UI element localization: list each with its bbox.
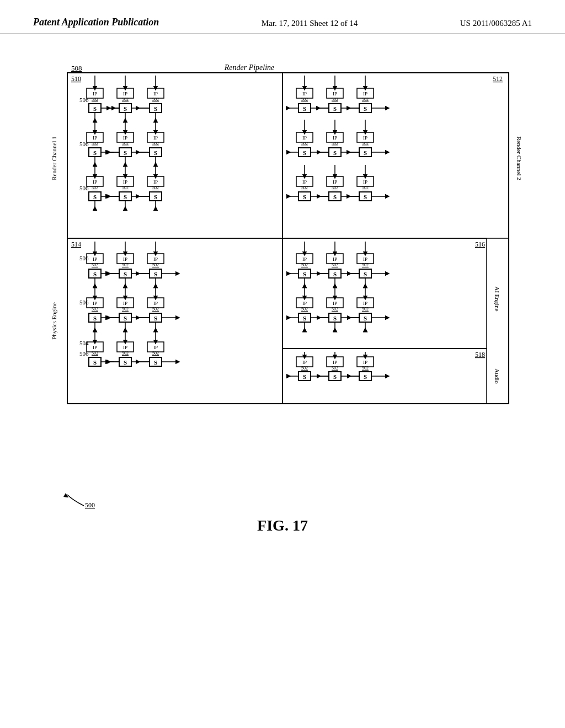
svg-text:IP: IP [93,135,97,141]
svg-text:IP: IP [153,256,158,262]
svg-text:IP: IP [153,135,158,141]
svg-text:IP: IP [302,179,307,185]
svg-text:502: 502 [152,351,159,356]
svg-text:S: S [333,194,337,200]
svg-text:S: S [303,373,306,380]
svg-text:IP: IP [302,301,307,306]
svg-text:502: 502 [152,185,159,190]
svg-text:S: S [303,105,306,112]
svg-text:S: S [333,105,337,112]
svg-text:IP: IP [153,301,158,306]
svg-text:514: 514 [71,240,81,248]
publication-title: Patent Application Publication [33,17,159,28]
svg-text:502: 502 [332,141,338,146]
svg-text:502: 502 [152,97,159,102]
svg-text:502: 502 [362,97,369,102]
svg-text:S: S [124,271,127,277]
svg-text:IP: IP [93,256,97,262]
svg-text:502: 502 [301,141,308,146]
svg-text:Render Channel 1: Render Channel 1 [51,136,57,180]
svg-text:IP: IP [123,179,127,185]
svg-text:502: 502 [122,263,129,267]
svg-text:S: S [93,149,97,156]
svg-text:AI Engine: AI Engine [494,286,500,312]
svg-text:502: 502 [122,141,129,146]
svg-text:502: 502 [92,185,98,190]
svg-text:S: S [93,194,97,200]
svg-text:S: S [154,271,157,277]
svg-text:502: 502 [362,307,369,312]
svg-text:S: S [333,149,337,156]
svg-text:502: 502 [92,263,98,267]
svg-text:S: S [364,373,367,380]
svg-text:IP: IP [302,135,307,141]
svg-text:502: 502 [332,307,338,312]
svg-text:502: 502 [92,97,98,102]
svg-text:518: 518 [475,351,485,358]
svg-rect-3 [67,73,282,238]
svg-text:502: 502 [362,366,369,371]
svg-text:S: S [124,194,127,200]
svg-text:S: S [154,105,157,112]
svg-text:S: S [364,271,367,277]
svg-text:502: 502 [362,263,369,267]
svg-text:IP: IP [93,301,97,306]
svg-text:S: S [93,105,97,112]
fig-17-diagram: 508 Render Pipeline 510 512 514 516 518 … [34,56,531,486]
svg-text:502: 502 [301,263,308,267]
svg-text:IP: IP [363,179,367,185]
svg-text:IP: IP [363,256,367,262]
svg-text:S: S [154,149,157,156]
page-header: Patent Application Publication Mar. 17, … [0,0,565,34]
svg-text:S: S [124,359,127,366]
svg-text:S: S [333,315,337,322]
main-content: 508 Render Pipeline 510 512 514 516 518 … [0,34,565,545]
svg-text:502: 502 [122,351,129,356]
svg-text:502: 502 [332,263,338,267]
svg-text:502: 502 [362,141,369,146]
svg-text:Physics Engine: Physics Engine [51,302,57,340]
svg-text:S: S [154,315,157,322]
svg-text:IP: IP [333,360,337,365]
svg-text:IP: IP [302,91,307,97]
svg-text:S: S [124,315,127,322]
svg-text:506: 506 [79,97,89,103]
svg-text:Render Pipeline: Render Pipeline [224,63,275,72]
svg-text:502: 502 [152,307,159,312]
svg-text:IP: IP [153,179,158,185]
svg-text:IP: IP [363,360,367,365]
svg-text:506: 506 [79,299,89,306]
svg-text:510: 510 [71,75,81,83]
svg-text:S: S [303,149,306,156]
svg-text:502: 502 [332,185,338,190]
svg-text:S: S [364,149,367,156]
svg-text:IP: IP [93,345,97,350]
svg-text:IP: IP [363,91,367,97]
svg-text:IP: IP [333,135,337,141]
svg-text:S: S [93,315,97,322]
svg-text:S: S [303,315,306,322]
svg-text:502: 502 [301,185,308,190]
svg-text:S: S [154,359,157,366]
svg-text:IP: IP [93,91,97,97]
svg-text:506: 506 [79,255,89,261]
svg-text:512: 512 [493,75,503,83]
svg-text:506: 506 [79,350,89,357]
svg-text:502: 502 [301,97,308,102]
ref-500-label: 500 [85,501,95,510]
svg-text:502: 502 [332,97,338,102]
svg-text:IP: IP [302,360,307,365]
svg-text:502: 502 [301,366,308,371]
svg-text:502: 502 [92,307,98,312]
svg-text:506: 506 [79,141,89,147]
svg-rect-7 [67,238,282,404]
svg-text:S: S [364,105,367,112]
svg-text:S: S [364,315,367,322]
svg-text:504: 504 [79,340,89,346]
svg-text:502: 502 [92,141,98,146]
svg-text:502: 502 [122,307,129,312]
svg-text:S: S [303,271,306,277]
svg-text:S: S [333,271,337,277]
svg-text:516: 516 [475,240,485,248]
svg-text:S: S [124,105,127,112]
